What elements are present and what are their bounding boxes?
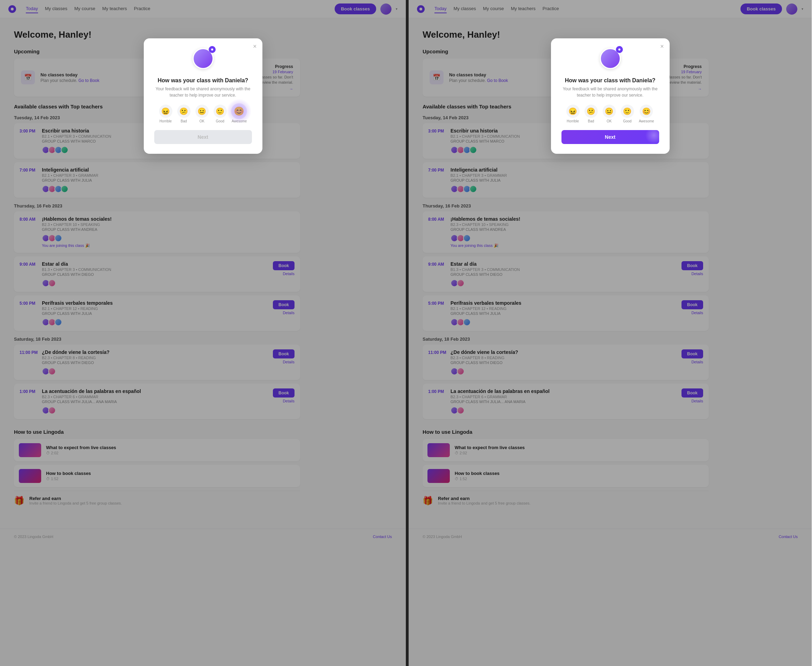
ok-emoji: 😐 [195, 105, 209, 118]
modal-header [154, 48, 252, 73]
emoji-rating-row: 😖 Horrible 😕 Bad 😐 OK 🙂 Good 😊 Aw [561, 105, 659, 123]
modal-overlay[interactable]: × How was your class with Daniela? Your … [0, 0, 406, 666]
horrible-emoji: 😖 [159, 105, 172, 118]
ok-label: OK [199, 119, 204, 123]
emoji-horrible[interactable]: 😖 Horrible [159, 105, 172, 123]
next-button[interactable]: Next [561, 130, 659, 144]
awesome-label: Awesome [232, 119, 247, 123]
emoji-ok[interactable]: 😐 OK [603, 105, 616, 123]
horrible-label: Horrible [159, 119, 172, 123]
modal-title: How was your class with Daniela? [561, 77, 659, 84]
teacher-avatar-wrap [193, 48, 213, 69]
emoji-good[interactable]: 🙂 Good [621, 105, 634, 123]
bad-emoji: 😕 [177, 105, 190, 118]
emoji-good[interactable]: 🙂 Good [213, 105, 227, 123]
panel-2: Today My classes My course My teachers P… [406, 0, 812, 666]
modal-subtitle: Your feedback will be shared anonymously… [561, 86, 659, 98]
modal-close-button[interactable]: × [660, 43, 664, 49]
emoji-bad[interactable]: 😕 Bad [584, 105, 598, 123]
horrible-emoji: 😖 [566, 105, 580, 118]
good-label: Good [216, 119, 224, 123]
lingoda-badge [209, 46, 216, 53]
modal-subtitle: Your feedback will be shared anonymously… [154, 86, 252, 98]
emoji-ok[interactable]: 😐 OK [195, 105, 209, 123]
modal-close-button[interactable]: × [253, 43, 257, 49]
emoji-horrible[interactable]: 😖 Horrible [566, 105, 580, 123]
ok-label: OK [607, 119, 611, 123]
next-button[interactable]: Next [154, 130, 252, 144]
feedback-modal: × How was your class with Daniela? Your … [144, 38, 262, 154]
bad-emoji: 😕 [584, 105, 598, 118]
awesome-label: Awesome [639, 119, 654, 123]
bad-label: Bad [181, 119, 187, 123]
lingoda-badge [616, 46, 623, 53]
teacher-avatar-wrap [600, 48, 621, 69]
good-label: Good [623, 119, 631, 123]
emoji-awesome[interactable]: 😊 Awesome [232, 105, 247, 123]
emoji-awesome[interactable]: 😊 Awesome [639, 105, 654, 123]
modal-overlay[interactable]: × How was your class with Daniela? Your … [408, 0, 812, 666]
panel-1: Today My classes My course My teachers P… [0, 0, 406, 666]
good-emoji: 🙂 [213, 105, 227, 118]
emoji-rating-row: 😖 Horrible 😕 Bad 😐 OK 🙂 Good 😊 [154, 105, 252, 123]
awesome-emoji: 😊 [232, 103, 247, 119]
good-emoji: 🙂 [621, 105, 634, 118]
modal-title: How was your class with Daniela? [154, 77, 252, 84]
feedback-modal: × How was your class with Daniela? Your … [551, 38, 670, 154]
ok-emoji: 😐 [603, 105, 616, 118]
emoji-bad[interactable]: 😕 Bad [177, 105, 190, 123]
modal-header [561, 48, 659, 73]
awesome-emoji: 😊 [640, 105, 653, 118]
bad-label: Bad [588, 119, 594, 123]
horrible-label: Horrible [567, 119, 579, 123]
